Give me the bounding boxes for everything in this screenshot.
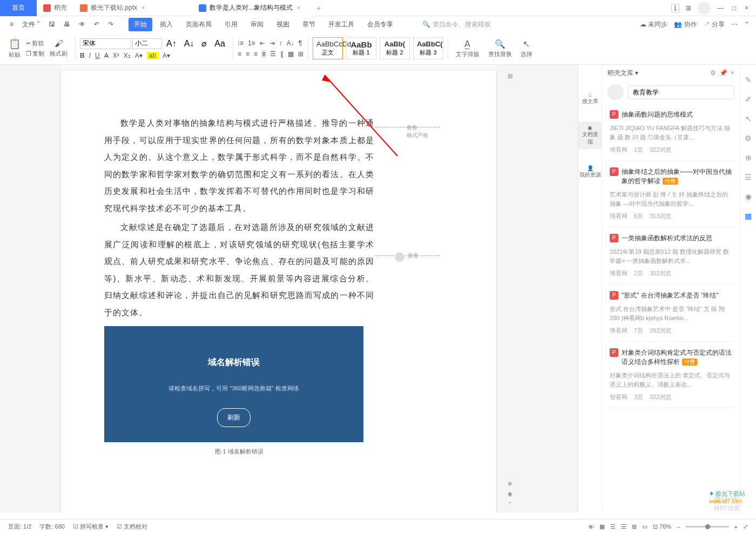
- align-left-icon[interactable]: ≡: [238, 50, 241, 58]
- copy-button[interactable]: ❐ 复制: [26, 50, 44, 58]
- case-icon[interactable]: Aa: [211, 38, 228, 50]
- spell-check[interactable]: ☑ 拼写检查 ▾: [73, 523, 109, 531]
- spacing-icon[interactable]: ‖: [280, 50, 284, 58]
- style-gallery[interactable]: AaBbCcDd正文 AaBb标题 1 AaBb(标题 2 AaBbC(标题 3: [313, 37, 443, 59]
- tool-icon[interactable]: ⚙: [745, 134, 752, 143]
- paste-button[interactable]: 粘贴: [9, 51, 21, 59]
- menu-view[interactable]: 视图: [271, 18, 295, 31]
- nav-mine[interactable]: 👤我的资源: [579, 165, 601, 179]
- align-justify-icon[interactable]: ≡: [262, 50, 266, 58]
- library-search-input[interactable]: [628, 85, 734, 99]
- strike-button[interactable]: A̶: [104, 52, 109, 59]
- read-icon[interactable]: ▭: [642, 523, 647, 530]
- cut-button[interactable]: ✂ 剪切: [26, 39, 44, 48]
- underline-button[interactable]: U: [95, 52, 100, 59]
- sub-button[interactable]: X₂: [124, 52, 131, 59]
- indent-inc-icon[interactable]: ⇥: [269, 39, 275, 47]
- page-nav-icon[interactable]: ◉: [508, 491, 516, 497]
- tab-daoke[interactable]: 稻壳: [37, 0, 73, 16]
- zoom-out-button[interactable]: −: [677, 524, 680, 530]
- share-button[interactable]: ↗ 分享: [704, 20, 725, 29]
- close-icon[interactable]: ×: [141, 5, 145, 11]
- show-marks-icon[interactable]: ¶: [299, 39, 302, 47]
- proofread[interactable]: ☑ 文档校对: [117, 523, 147, 531]
- avatar[interactable]: [698, 2, 711, 15]
- tool-icon[interactable]: ↖: [745, 114, 752, 123]
- indent-dec-icon[interactable]: ⇤: [260, 39, 265, 47]
- menu-vip[interactable]: 会员专享: [362, 18, 399, 31]
- style-h2[interactable]: AaBb(标题 2: [380, 37, 410, 59]
- style-h1[interactable]: AaBb标题 1: [346, 37, 376, 59]
- menu-review[interactable]: 审阅: [245, 18, 269, 31]
- tool-icon[interactable]: ◉: [745, 192, 752, 201]
- font-size-select[interactable]: [132, 38, 162, 49]
- outline-icon[interactable]: ▤: [508, 73, 516, 79]
- result-card[interactable]: P抽象函数问题的思维模式JIETI JIQIAO YU FANGFA 解题技巧与…: [608, 104, 734, 161]
- style-h3[interactable]: AaBbC(标题 3: [413, 37, 443, 59]
- select-button[interactable]: 选择: [521, 50, 532, 58]
- redo-icon[interactable]: ↷: [105, 19, 117, 29]
- close-icon[interactable]: ×: [297, 5, 300, 11]
- layout-icon[interactable]: ⊞: [632, 523, 637, 530]
- sync-status[interactable]: ☁ 未同步: [640, 20, 667, 29]
- preview-icon[interactable]: 👁: [76, 19, 89, 29]
- menu-reference[interactable]: 引用: [219, 18, 243, 31]
- italic-button[interactable]: I: [89, 52, 91, 59]
- tool-icon[interactable]: ▦: [745, 212, 752, 220]
- eye-icon[interactable]: 👁: [588, 524, 594, 530]
- result-card[interactable]: P对象类介词结构肯定式与否定式的语法语义结合多样性探析付费对象类介词结构在语法上…: [608, 342, 734, 408]
- numbering-icon[interactable]: 1≡: [248, 39, 255, 47]
- text-layout-button[interactable]: 文字排版: [456, 50, 480, 58]
- style-normal[interactable]: AaBbCcDd正文: [313, 37, 343, 59]
- save-icon[interactable]: 🖫: [45, 19, 58, 29]
- shrink-font-icon[interactable]: A↓: [181, 38, 198, 50]
- nav-discover[interactable]: ◉文档发现: [578, 121, 602, 149]
- menu-section[interactable]: 章节: [297, 18, 321, 31]
- tab-home[interactable]: 首页: [0, 0, 37, 16]
- coop-button[interactable]: 👥 协作: [674, 20, 697, 29]
- undo-icon[interactable]: ↶: [91, 19, 103, 29]
- zoom-level[interactable]: ⊡ 76%: [653, 523, 671, 530]
- find-replace-button[interactable]: 查找替换: [488, 50, 512, 58]
- maximize-button[interactable]: □: [730, 2, 738, 14]
- format-painter[interactable]: 格式刷: [50, 50, 68, 58]
- super-button[interactable]: X²: [113, 52, 119, 59]
- tool-icon[interactable]: ⊕: [745, 153, 752, 162]
- chevron-up-icon[interactable]: ⌃: [744, 21, 750, 28]
- tool-icon[interactable]: ☰: [745, 173, 752, 181]
- align-center-icon[interactable]: ≡: [246, 50, 249, 58]
- user-avatar[interactable]: [608, 84, 624, 100]
- result-card[interactable]: P"形式" 在台湾抽象艺术是否 "终结"形式 在台湾抽象艺术中 是否 "终结" …: [608, 285, 734, 342]
- comment-2[interactable]: 香香: [408, 252, 418, 260]
- badge-icon[interactable]: 1: [671, 4, 679, 12]
- menu-page-layout[interactable]: 页面布局: [180, 18, 217, 31]
- panel-close-icon[interactable]: ×: [731, 69, 734, 77]
- command-search[interactable]: 🔍 查找命令、搜索模板: [422, 20, 490, 29]
- mode-icon[interactable]: ☰: [610, 523, 616, 530]
- shading-icon[interactable]: ▦: [288, 50, 294, 58]
- bullets-icon[interactable]: ⁝≡: [238, 39, 244, 47]
- pin-icon[interactable]: 📌: [719, 69, 727, 77]
- font-color-button[interactable]: A▾: [135, 52, 143, 59]
- distribute-icon[interactable]: ☰: [270, 50, 276, 58]
- bold-button[interactable]: B: [80, 52, 85, 59]
- word-count[interactable]: 字数: 680: [39, 523, 64, 531]
- minimize-button[interactable]: —: [715, 2, 726, 14]
- result-card[interactable]: P抽象终结之后的抽象——对中国当代抽象的哲学解读付费艺术家与设计师 彭 锋 / …: [608, 161, 734, 227]
- gear-icon[interactable]: ⚙: [710, 69, 716, 77]
- new-tab-button[interactable]: +: [311, 4, 326, 12]
- nav-search-lib[interactable]: ⌂搜文库: [582, 92, 598, 105]
- font-effects-button[interactable]: A▾: [163, 52, 170, 59]
- comment-icon[interactable]: ⊕: [508, 481, 516, 486]
- refresh-button[interactable]: 刷新: [217, 408, 251, 427]
- fit-icon[interactable]: ⤢: [743, 523, 748, 530]
- highlight-button[interactable]: ab: [147, 52, 158, 59]
- zoom-slider[interactable]: [686, 526, 729, 528]
- tab-pptx[interactable]: 极光下载站.pptx×: [73, 0, 192, 16]
- comment-avatar-icon[interactable]: [395, 252, 404, 262]
- grid-icon[interactable]: ⊞: [684, 2, 693, 14]
- result-card[interactable]: P一类抽象函数解析式求法的反思2021年第19 期总第512 期 数理化解题研究…: [608, 227, 734, 285]
- align-right-icon[interactable]: ≡: [254, 50, 258, 58]
- menu-devtools[interactable]: 开发工具: [323, 18, 360, 31]
- up-icon[interactable]: ⌃: [508, 501, 516, 507]
